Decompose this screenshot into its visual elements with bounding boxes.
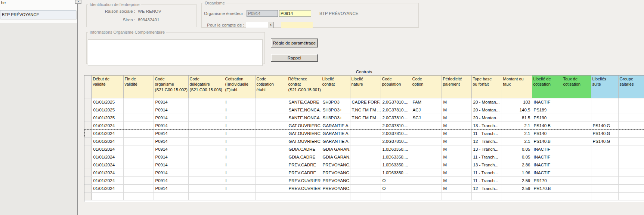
cell-libelles_suite[interactable] — [591, 176, 618, 184]
column-header-cotisation_indiv_etabl[interactable]: Cotisation (I)ndividuelle (E)tabl. — [224, 76, 255, 98]
cell-periodicite_paiement[interactable]: M — [442, 106, 471, 114]
table-row[interactable]: 01/01/2024P0914IGDIA.CADREGDIA GARAN...1… — [84, 145, 644, 153]
cell-libelle_nature[interactable]: CADRE FORF... — [350, 98, 381, 106]
cell-libelles_suite[interactable] — [591, 114, 618, 122]
cell-libelles_suite[interactable] — [591, 169, 618, 176]
cell-reference_contrat[interactable]: GAT.OUVRIERC... — [287, 137, 321, 145]
column-header-code_delegataire[interactable]: Code délégataire (S21.G00.15.003) — [188, 76, 224, 98]
cell-libelle_cotisation[interactable]: INACTIF — [532, 98, 562, 106]
cell-reference_contrat[interactable]: SANTE.NONCA... — [287, 106, 321, 114]
cell-libelle_nature[interactable] — [350, 129, 381, 137]
cell-code_organisme[interactable] — [154, 192, 188, 200]
cell-libelles_suite[interactable] — [591, 184, 618, 192]
regle-de-parametrage-button[interactable]: Règle de paramétrage — [271, 39, 318, 47]
cell-periodicite_paiement[interactable]: M — [442, 137, 471, 145]
cell-taux_cotisation[interactable] — [562, 106, 591, 114]
cell-code_delegataire[interactable] — [188, 129, 224, 137]
cell-type_base_forfait[interactable]: 11 - Tranch... — [471, 169, 502, 176]
column-header-periodicite_paiement[interactable]: Périodicité paiement — [442, 76, 471, 98]
cell-libelle_nature[interactable] — [350, 176, 381, 184]
cell-libelle_contrat[interactable]: GDIA GARAN... — [321, 145, 350, 153]
cell-debut_validite[interactable]: 01/01/2024 — [92, 129, 123, 137]
cell-libelle_cotisation[interactable]: PS190 — [532, 114, 562, 122]
table-row[interactable]: 01/01/2024P0914IPREV.CADREPREVOYANC...1.… — [84, 169, 644, 176]
cell-cotisation_indiv_etabl[interactable]: I — [224, 122, 255, 129]
cell-cotisation_indiv_etabl[interactable]: I — [224, 153, 255, 161]
cell-groupe_salaries[interactable] — [618, 98, 644, 106]
cell-groupe_salaries[interactable] — [618, 145, 644, 153]
column-header-libelle_nature[interactable]: Libellé nature — [350, 76, 381, 98]
cell-taux_cotisation[interactable] — [562, 129, 591, 137]
cell-code_option[interactable] — [411, 145, 442, 153]
column-header-montant_ou_taux[interactable]: Montant ou taux — [502, 76, 532, 98]
cell-code_population[interactable]: 1.0D63350.... — [381, 153, 411, 161]
cell-code_population[interactable]: 2.0G37810.... — [381, 129, 411, 137]
table-row[interactable]: 01/01/2024P0914IPREV.OUVRIERPREVOYANC...… — [84, 176, 644, 184]
cell-code_organisme[interactable]: P0914 — [154, 122, 188, 129]
table-row[interactable]: 01/01/2024P0914IGAT.OUVRIERC...GARANTIE … — [84, 122, 644, 129]
cell-libelle_nature[interactable] — [350, 169, 381, 176]
cell-debut_validite[interactable]: 01/01/2024 — [92, 145, 123, 153]
cell-code_organisme[interactable]: P0914 — [154, 114, 188, 122]
cell-code_cotisation_etabl[interactable] — [255, 98, 287, 106]
cell-code_population[interactable]: 1.0D63350.... — [381, 145, 411, 153]
cell-debut_validite[interactable]: 01/01/2025 — [92, 106, 123, 114]
cell-groupe_salaries[interactable] — [618, 161, 644, 169]
cell-code_population[interactable]: 1.0D63350.... — [381, 169, 411, 176]
cell-libelle_nature[interactable] — [350, 184, 381, 192]
cell-code_cotisation_etabl[interactable] — [255, 114, 287, 122]
row-gutter[interactable] — [84, 145, 92, 153]
cell-taux_cotisation[interactable] — [562, 98, 591, 106]
cell-fin_validite[interactable] — [123, 129, 154, 137]
cell-taux_cotisation[interactable] — [562, 114, 591, 122]
column-header-code_organisme[interactable]: Code organisme (S21.G00.15.002) — [154, 76, 188, 98]
cell-groupe_salaries[interactable] — [618, 176, 644, 184]
cell-type_base_forfait[interactable]: 11 - Tranch... — [471, 129, 502, 137]
cell-libelle_contrat[interactable]: PREVOYANC... — [321, 176, 350, 184]
cell-cotisation_indiv_etabl[interactable]: I — [224, 176, 255, 184]
cell-libelle_contrat[interactable]: GARANTIE A... — [321, 122, 350, 129]
cell-code_delegataire[interactable] — [188, 184, 224, 192]
row-gutter[interactable] — [84, 114, 92, 122]
cell-debut_validite[interactable]: 01/01/2024 — [92, 161, 123, 169]
cell-type_base_forfait[interactable]: 13 - Tranch... — [471, 145, 502, 153]
cell-code_cotisation_etabl[interactable] — [255, 192, 287, 200]
cell-periodicite_paiement[interactable] — [442, 192, 471, 200]
cell-code_delegataire[interactable] — [188, 176, 224, 184]
cell-libelle_nature[interactable] — [350, 122, 381, 129]
cell-type_base_forfait[interactable] — [471, 192, 502, 200]
column-header-fin_validite[interactable]: Fin de validité — [123, 76, 154, 98]
row-gutter[interactable] — [84, 192, 92, 200]
row-gutter[interactable] — [84, 98, 92, 106]
cell-montant_ou_taux[interactable]: 0.05 — [502, 153, 532, 161]
cell-cotisation_indiv_etabl[interactable]: I — [224, 161, 255, 169]
cell-code_population[interactable] — [381, 192, 411, 200]
cell-libelle_contrat[interactable]: GDIA GARAN... — [321, 153, 350, 161]
cell-libelle_contrat[interactable]: PREVOYANC... — [321, 184, 350, 192]
row-gutter[interactable] — [84, 169, 92, 176]
cell-code_cotisation_etabl[interactable] — [255, 169, 287, 176]
cell-cotisation_indiv_etabl[interactable]: I — [224, 114, 255, 122]
pour-le-compte-secondary-field[interactable] — [281, 22, 313, 28]
cell-taux_cotisation[interactable] — [562, 161, 591, 169]
column-header-code_option[interactable]: Code option — [411, 76, 442, 98]
cell-code_delegataire[interactable] — [188, 114, 224, 122]
cell-periodicite_paiement[interactable]: M — [442, 129, 471, 137]
cell-code_population[interactable]: 2.0G37810.... — [381, 98, 411, 106]
cell-taux_cotisation[interactable] — [562, 169, 591, 176]
cell-cotisation_indiv_etabl[interactable]: I — [224, 137, 255, 145]
cell-libelles_suite[interactable] — [591, 161, 618, 169]
cell-montant_ou_taux[interactable]: 140.5 — [502, 106, 532, 114]
cell-code_delegataire[interactable] — [188, 153, 224, 161]
column-header-libelle_cotisation[interactable]: Libellé de cotisation — [532, 76, 562, 98]
cell-taux_cotisation[interactable] — [562, 153, 591, 161]
cell-code_cotisation_etabl[interactable] — [255, 161, 287, 169]
table-row[interactable]: 01/01/2025P0914ISANTE.CADRESH3PO3CADRE F… — [84, 98, 644, 106]
cell-taux_cotisation[interactable] — [562, 122, 591, 129]
cell-libelle_nature[interactable] — [350, 145, 381, 153]
row-gutter[interactable] — [84, 122, 92, 129]
cell-code_option[interactable] — [411, 129, 442, 137]
cell-type_base_forfait[interactable]: 20 - Montan... — [471, 106, 502, 114]
cell-libelle_contrat[interactable]: SH3PO3+ — [321, 114, 350, 122]
cell-taux_cotisation[interactable] — [562, 192, 591, 200]
